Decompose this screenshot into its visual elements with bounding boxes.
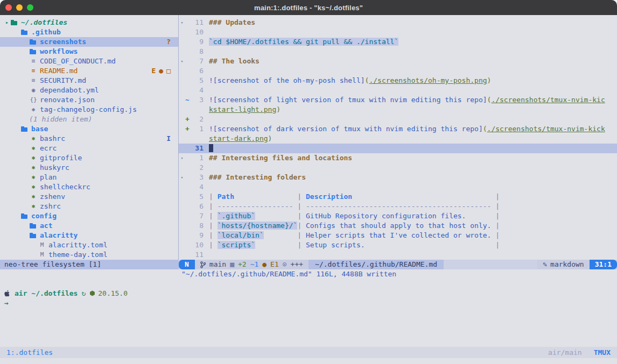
tree-item-workflows[interactable]: workflows <box>0 47 178 56</box>
tree-item-shellcheckrc[interactable]: ✱shellcheckrc <box>0 182 178 192</box>
tree-item-zshrc[interactable]: ✱zshrc <box>0 202 178 211</box>
tree-item-renovate-json[interactable]: {}renovate.json <box>0 95 178 105</box>
line-number: 11 <box>191 18 204 27</box>
tree-item-huskyrc[interactable]: ✱huskyrc <box>0 163 178 173</box>
fold-open-icon[interactable]: ▾ <box>179 56 185 66</box>
folder-icon <box>20 213 28 220</box>
minimize-button[interactable] <box>16 4 23 11</box>
tree-item-security-md[interactable]: ≡SECURITY.md <box>0 76 178 85</box>
text-segment: ![screenshot of light version of tmux wi… <box>209 96 487 104</box>
editor-line[interactable]: 6 <box>179 66 617 76</box>
tree-item-bashrc[interactable]: ✱bashrcI <box>0 134 178 144</box>
editor-line[interactable]: 9`cd $HOME/.dotfiles && git pull && ./in… <box>179 37 617 47</box>
line-number: 11 <box>191 250 204 260</box>
sign-column <box>185 76 191 85</box>
tree-item-alacritty-toml[interactable]: Malacritty.toml <box>0 240 178 250</box>
file-yml-icon: ◉ <box>29 85 38 95</box>
editor-pane[interactable]: ▾11### Updates109`cd $HOME/.dotfiles && … <box>179 15 617 260</box>
shell-prompt: air ~/.dotfiles ↻ 20.15.0 <box>4 289 128 297</box>
sign-column <box>185 231 191 240</box>
tree-item-label: alacritty.toml <box>48 240 108 250</box>
maximize-button[interactable] <box>27 4 33 11</box>
tree-item-label: theme-day.toml <box>48 250 108 260</box>
editor-line[interactable]: 6| ------------------ | ----------------… <box>179 202 617 211</box>
line-text: | `scripts` | Setup scripts. | <box>204 240 500 250</box>
editor-line[interactable]: ▾1## Interesting files and locations <box>179 153 617 163</box>
editor-line[interactable]: ~3![screenshot of light version of tmux … <box>179 95 617 105</box>
editor-line-current[interactable]: 31 <box>179 144 617 153</box>
fold-open-icon[interactable]: ▾ <box>179 18 185 27</box>
line-number: 9 <box>191 231 204 240</box>
editor-line[interactable]: +2 <box>179 115 617 124</box>
editor-line[interactable]: 8| `hosts/{hostname}/`| Configs that sho… <box>179 221 617 231</box>
shell-area[interactable]: air ~/.dotfiles ↻ 20.15.0 → 1:.dotfiles … <box>0 279 617 364</box>
tree-item-dotfiles[interactable]: ▸~/.dotfiles <box>0 18 178 27</box>
editor-line[interactable]: ▾3### Interesting folders <box>179 173 617 182</box>
tree-item-alacritty[interactable]: alacritty <box>0 231 178 240</box>
git-status-marks: I <box>166 134 178 144</box>
statusline-spacer <box>444 260 537 269</box>
tree-item-act[interactable]: act <box>0 221 178 231</box>
close-button[interactable] <box>5 4 12 11</box>
tree-item-tag-changelog-config-js[interactable]: ◈tag-changelog-config.js <box>0 105 178 115</box>
tree-item-screenshots[interactable]: screenshots? <box>0 37 178 47</box>
sign-column <box>185 211 191 221</box>
tmux-window-label[interactable]: 1:.dotfiles <box>6 348 53 356</box>
editor-line[interactable]: start-dark.png) <box>179 134 617 144</box>
sign-column <box>185 105 191 115</box>
sign-column <box>185 47 191 56</box>
tree-item-label: .github <box>31 27 61 37</box>
tree-item-config[interactable]: config <box>0 211 178 221</box>
editor-line[interactable]: 4 <box>179 85 617 95</box>
sign-column <box>185 250 191 260</box>
tree-item-plan[interactable]: ✱plan <box>0 173 178 182</box>
file-toml-icon: M <box>38 240 46 250</box>
editor-line[interactable]: kstart-light.png) <box>179 105 617 115</box>
folder-icon <box>20 29 28 36</box>
editor-line[interactable]: ▾11### Updates <box>179 18 617 27</box>
node-version: 20.15.0 <box>98 289 128 297</box>
editor-line[interactable]: 7| `.github` | GitHub Repository configu… <box>179 211 617 221</box>
tree-item-label: bashrc <box>40 134 65 144</box>
fold-open-icon[interactable]: ▾ <box>179 153 185 163</box>
editor-line[interactable]: 10 <box>179 27 617 37</box>
tree-item-code-of-conduct-md[interactable]: ≡CODE_OF_CONDUCT.md <box>0 56 178 66</box>
tree-item-1-hidden-item[interactable]: (1 hidden item) <box>0 115 178 124</box>
editor-line[interactable]: 5![screenshot of the oh-my-posh shell](.… <box>179 76 617 85</box>
tree-item-ecrc[interactable]: ✱ecrc <box>0 144 178 153</box>
text-segment: | <box>255 212 306 220</box>
editor-line[interactable]: 8 <box>179 47 617 56</box>
tree-item-label: renovate.json <box>40 95 95 105</box>
text-segment: Configs that should apply to that host o… <box>306 222 491 230</box>
file-sh-icon: ✱ <box>29 134 38 144</box>
sign-column <box>185 163 191 173</box>
line-number: 1 <box>191 153 204 163</box>
line-text: | `hosts/{hostname}/`| Configs that shou… <box>204 221 500 231</box>
window-title: main:1:.dotfiles - "ks~/.dotfiles" <box>254 4 363 12</box>
tree-item-theme-day-toml[interactable]: Mtheme-day.toml <box>0 250 178 260</box>
editor-line[interactable]: 10| `scripts` | Setup scripts. | <box>179 240 617 250</box>
editor-line[interactable]: 2 <box>179 163 617 173</box>
command-line-message: "~/.dotfiles/.github/README.md" 116L, 44… <box>0 269 617 279</box>
tree-item-dependabot-yml[interactable]: ◉dependabot.yml <box>0 85 178 95</box>
editor-line[interactable]: +1![screenshot of dark version of tmux w… <box>179 124 617 134</box>
tree-item-github[interactable]: .github <box>0 27 178 37</box>
folder-icon <box>29 48 37 55</box>
editor-line[interactable]: 5| Path | Description | <box>179 192 617 202</box>
tree-item-zshenv[interactable]: ✱zshenv <box>0 192 178 202</box>
titlebar[interactable]: main:1:.dotfiles - "ks~/.dotfiles" <box>0 0 617 15</box>
editor-line[interactable]: 9| `local/bin` | Helper scripts that I'v… <box>179 231 617 240</box>
tree-item-gitprofile[interactable]: ✱gitprofile <box>0 153 178 163</box>
tree-item-readme-md[interactable]: ≡README.mdE●□ <box>0 66 178 76</box>
fold-column <box>179 144 185 153</box>
editor-line[interactable]: 4 <box>179 182 617 192</box>
tree-item-base[interactable]: base <box>0 124 178 134</box>
editor-line[interactable]: ▾7## The looks <box>179 56 617 66</box>
editor-line[interactable]: 11 <box>179 250 617 260</box>
sign-column <box>185 18 191 27</box>
expander-icon[interactable]: ▸ <box>5 18 9 27</box>
line-text: ### Updates <box>204 18 255 27</box>
mode-indicator: N <box>179 260 195 269</box>
fold-column <box>179 231 185 240</box>
fold-open-icon[interactable]: ▾ <box>179 173 185 182</box>
